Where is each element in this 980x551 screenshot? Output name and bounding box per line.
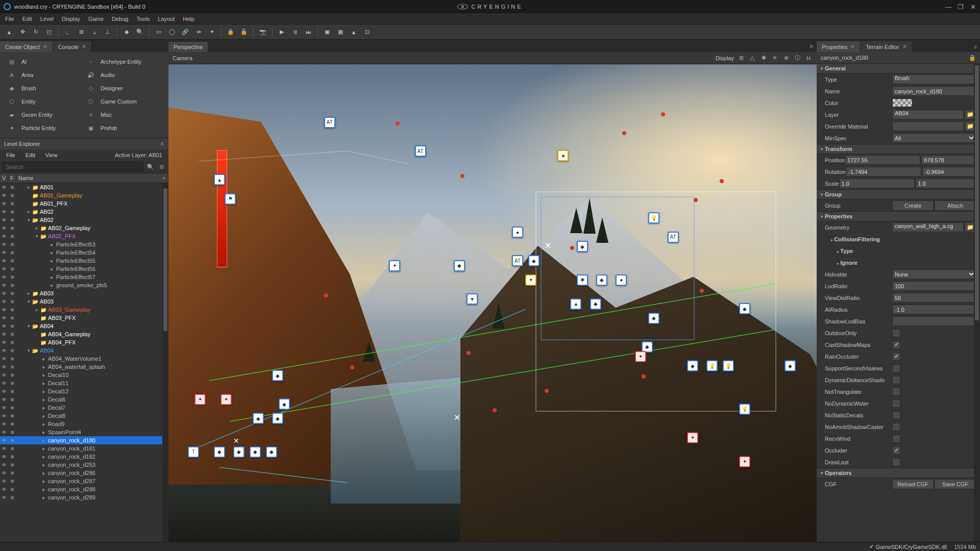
entity-gizmo[interactable]: ◆ bbox=[250, 446, 261, 458]
menu-help[interactable]: Help bbox=[179, 14, 199, 23]
move-tool[interactable]: ✥ bbox=[16, 26, 29, 38]
create-area[interactable]: AArea bbox=[5, 68, 84, 82]
unlink-tool[interactable]: ⇎ bbox=[192, 26, 205, 38]
pos-x[interactable] bbox=[845, 155, 920, 165]
hideable-select[interactable]: None bbox=[892, 269, 976, 279]
visibility-icon[interactable]: 👁 bbox=[0, 413, 8, 419]
le-menu-file[interactable]: File bbox=[2, 151, 19, 159]
tree-row[interactable]: 👁❄▸📁AB01 bbox=[0, 183, 168, 191]
tree-row[interactable]: 👁❄📁AB01_Gameplay bbox=[0, 191, 168, 199]
minspec-select[interactable]: All bbox=[892, 133, 976, 143]
search-icon[interactable]: 🔍 bbox=[146, 164, 155, 170]
visibility-icon[interactable]: 👁 bbox=[0, 315, 8, 321]
camera-tool[interactable]: 📷 bbox=[257, 26, 269, 38]
entity-gizmo[interactable]: ▲ bbox=[570, 298, 581, 310]
link-tool[interactable]: 🔗 bbox=[179, 26, 191, 38]
create-brush[interactable]: ◆Brush bbox=[5, 82, 84, 95]
entity-gizmo[interactable]: ◆ bbox=[590, 298, 601, 310]
visibility-icon[interactable]: 👁 bbox=[0, 364, 8, 370]
tree-row[interactable]: 👁❄●canyon_rock_d182 bbox=[0, 453, 168, 461]
attach-group-button[interactable]: Attach bbox=[935, 201, 976, 211]
viewdist-field[interactable] bbox=[892, 293, 976, 303]
close-icon[interactable]: ✕ bbox=[902, 43, 907, 50]
create-entity[interactable]: ⬡Entity bbox=[5, 95, 84, 108]
grid-icon[interactable]: ⊞ bbox=[737, 54, 745, 62]
tree-row[interactable]: 👁❄●ground_smoke_pfx5 bbox=[0, 281, 168, 289]
visibility-icon[interactable]: 👁 bbox=[0, 479, 8, 484]
expand-icon[interactable]: ▾ bbox=[26, 323, 32, 329]
airadius-field[interactable] bbox=[892, 305, 976, 314]
tab-create-object[interactable]: Create Object✕ bbox=[0, 41, 53, 52]
entity-gizmo[interactable]: ◆ bbox=[272, 370, 283, 381]
lodratio-field[interactable] bbox=[892, 281, 976, 291]
freeze-icon[interactable]: ❄ bbox=[8, 438, 16, 443]
freeze-icon[interactable]: ❄ bbox=[8, 430, 16, 435]
entity-gizmo[interactable]: ◆ bbox=[528, 255, 540, 266]
expand-icon[interactable]: ▾ bbox=[26, 217, 32, 222]
magnify-tool[interactable]: 🔍 bbox=[134, 26, 146, 38]
hierarchy-tree[interactable]: 👁❄▸📁AB01👁❄📁AB01_Gameplay👁❄📁AB01_PFX👁❄▸📁A… bbox=[0, 183, 168, 542]
expand-icon[interactable]: ▸ bbox=[26, 185, 32, 190]
secondvis-checkbox[interactable] bbox=[892, 364, 900, 372]
visibility-icon[interactable]: 👁 bbox=[0, 454, 8, 460]
freeze-icon[interactable]: ❄ bbox=[8, 323, 16, 329]
rot-y[interactable] bbox=[922, 167, 980, 177]
visibility-icon[interactable]: 👁 bbox=[0, 307, 8, 313]
visibility-icon[interactable]: 👁 bbox=[0, 258, 8, 264]
freeze-icon[interactable]: ❄ bbox=[8, 250, 16, 256]
visibility-icon[interactable]: 👁 bbox=[0, 495, 8, 500]
pause-button[interactable]: ⏸ bbox=[289, 26, 301, 38]
tree-row[interactable]: 👁❄📁AB03_PFX bbox=[0, 314, 168, 322]
info-icon[interactable]: ⓘ bbox=[793, 54, 801, 62]
entity-gizmo[interactable]: ▲ bbox=[214, 174, 225, 185]
visibility-icon[interactable]: 👁 bbox=[0, 242, 8, 247]
expand-icon[interactable]: ▸ bbox=[34, 307, 40, 312]
visibility-icon[interactable]: 👁 bbox=[0, 217, 8, 223]
create-designer[interactable]: ◇Designer bbox=[84, 82, 163, 95]
visibility-icon[interactable]: 👁 bbox=[0, 299, 8, 305]
rot-x[interactable] bbox=[846, 167, 921, 177]
visibility-icon[interactable]: 👁 bbox=[0, 226, 8, 231]
tree-row[interactable]: 👁❄●ParticleEffect57 bbox=[0, 273, 168, 281]
rainoccluder-checkbox[interactable]: ✓ bbox=[892, 353, 900, 361]
freeze-icon[interactable]: ❄ bbox=[8, 242, 16, 247]
color-swatch[interactable] bbox=[892, 98, 913, 107]
maximize-button[interactable]: ❐ bbox=[955, 3, 966, 11]
freeze-icon[interactable]: ❄ bbox=[8, 185, 16, 190]
minimize-button[interactable]: — bbox=[943, 3, 953, 11]
freeze-icon[interactable]: ❄ bbox=[8, 234, 16, 239]
expand-icon[interactable]: ▸ bbox=[26, 209, 32, 214]
entity-gizmo[interactable]: 💡 bbox=[723, 360, 734, 371]
outdoor-checkbox[interactable] bbox=[892, 329, 900, 337]
visibility-icon[interactable]: 👁 bbox=[0, 438, 8, 443]
tree-scrollbar[interactable] bbox=[162, 183, 168, 542]
viewport-3d[interactable]: AT AT ★ ▲ ⚑ ✦ ◆ ▼ ● AT ◆ ✦ ◆ ✱ ◆ ● ▲ ◆ 💡… bbox=[168, 64, 817, 542]
tree-row[interactable]: 👁❄📁AB04_PFX bbox=[0, 338, 168, 346]
menu-edit[interactable]: Edit bbox=[18, 14, 36, 23]
visibility-icon[interactable]: 👁 bbox=[0, 389, 8, 394]
properties-scrollbar[interactable] bbox=[974, 63, 980, 542]
expand-icon[interactable]: ▾ bbox=[26, 299, 32, 304]
tree-row[interactable]: 👁❄●ParticleEffect53 bbox=[0, 240, 168, 248]
entity-gizmo[interactable]: ★ bbox=[557, 150, 569, 161]
menu-layout[interactable]: Layout bbox=[154, 14, 179, 23]
freeze-icon[interactable]: ❄ bbox=[8, 217, 16, 223]
visibility-icon[interactable]: 👁 bbox=[0, 446, 8, 452]
entity-gizmo[interactable]: ◆ bbox=[272, 413, 283, 424]
tree-row[interactable]: 👁❄●ParticleEffect56 bbox=[0, 265, 168, 273]
entity-gizmo[interactable]: ◆ bbox=[785, 360, 796, 371]
entity-gizmo[interactable]: ✦ bbox=[687, 432, 698, 443]
tree-row[interactable]: 👁❄●Road9 bbox=[0, 420, 168, 428]
freeze-icon[interactable]: ❄ bbox=[8, 372, 16, 378]
tab-console[interactable]: Console✕ bbox=[53, 41, 92, 52]
entity-gizmo[interactable]: ◆ bbox=[233, 446, 244, 458]
geometry-field[interactable]: canyon_wall_high_a.cg bbox=[892, 222, 964, 232]
freeze-icon[interactable]: ❄ bbox=[8, 446, 16, 452]
entity-gizmo[interactable]: 💡 bbox=[739, 404, 750, 415]
visibility-icon[interactable]: 👁 bbox=[0, 397, 8, 403]
freeze-icon[interactable]: ❄ bbox=[8, 421, 16, 427]
tree-row[interactable]: 👁❄▾📂AB02_PFX bbox=[0, 232, 168, 240]
entity-gizmo[interactable]: ◆ bbox=[577, 241, 588, 252]
freeze-icon[interactable]: ❄ bbox=[8, 479, 16, 484]
visibility-icon[interactable]: 👁 bbox=[0, 348, 8, 354]
